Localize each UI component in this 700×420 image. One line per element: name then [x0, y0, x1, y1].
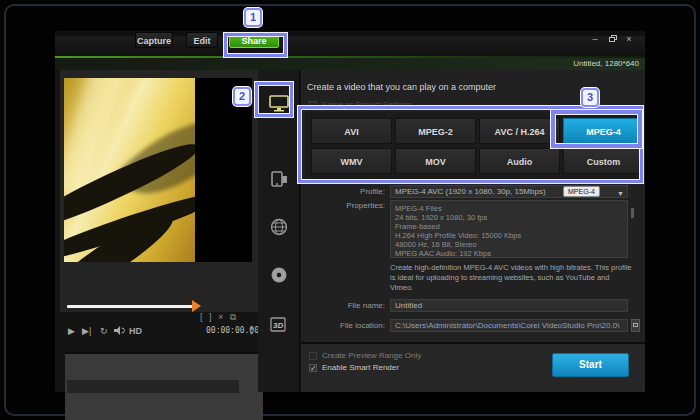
highlight-box-computer-icon	[255, 82, 293, 117]
destination-device[interactable]	[265, 166, 293, 192]
tab-capture[interactable]: Capture	[135, 32, 173, 48]
preview-range-checkbox[interactable]	[309, 352, 317, 360]
properties-line: MPEG AAC Audio: 192 Kbps	[395, 249, 623, 258]
properties-line: H.264 High Profile Video: 15000 Kbps	[395, 231, 623, 240]
mpeg4-tooltip: MPEG-4	[563, 186, 600, 197]
start-button[interactable]: Start	[552, 353, 629, 377]
file-location-input[interactable]: C:\Users\Administrator\Documents\Corel V…	[390, 319, 628, 332]
close-icon[interactable]: ×	[623, 34, 635, 44]
preview-player: [ ] × ⧉ ▶ ▶| ↻ HD 00:00:00.00 ▴ ▾	[60, 70, 258, 312]
file-location-label: File location:	[301, 321, 385, 330]
spin-down-icon[interactable]: ▾	[250, 330, 253, 336]
timecode-spinner[interactable]: ▴ ▾	[250, 324, 253, 336]
preview-range-label: Create Preview Range Only	[322, 351, 421, 360]
clear-marks-icon[interactable]: ×	[218, 312, 223, 322]
chevron-down-icon: ▼	[617, 188, 624, 199]
file-name-input[interactable]: Untitled	[390, 299, 628, 312]
properties-scrollbar[interactable]	[631, 208, 634, 218]
stage-background: Capture Edit Share – × Untitled, 1280*64…	[0, 0, 700, 420]
smart-render-checkbox[interactable]: ✓	[309, 364, 317, 372]
status-band: Untitled, 1280*640	[55, 58, 645, 70]
next-frame-icon[interactable]: ▶|	[82, 326, 91, 336]
video-frame-image	[64, 78, 195, 262]
callout-2: 2	[233, 87, 251, 106]
trim-controls: [ ] × ⧉	[200, 312, 258, 324]
browse-folder-icon[interactable]	[631, 319, 640, 332]
smart-render-label: Enable Smart Render	[322, 363, 399, 372]
callout-1: 1	[244, 8, 262, 27]
restore-icon[interactable]	[607, 34, 619, 44]
properties-line: MPEG-4 Files	[395, 204, 623, 213]
file-location-row: File location: C:\Users\Administrator\Do…	[301, 319, 645, 332]
video-preview	[64, 78, 252, 262]
share-destination-strip: 3D	[258, 70, 300, 392]
destination-3d-movie[interactable]: 3D	[265, 312, 293, 338]
scrub-handle[interactable]	[192, 300, 201, 312]
destination-web[interactable]	[265, 214, 293, 240]
disc-icon	[270, 266, 288, 284]
hd-toggle[interactable]: HD	[129, 326, 142, 336]
project-info-label: Untitled, 1280*640	[573, 59, 639, 68]
timeline-panel	[65, 352, 263, 420]
highlight-box-mpeg4-button	[551, 110, 642, 148]
mark-in-icon[interactable]: [	[200, 312, 203, 322]
destination-disc[interactable]	[265, 262, 293, 288]
volume-icon[interactable]	[114, 326, 125, 337]
snapshot-icon[interactable]: ⧉	[230, 312, 236, 322]
properties-line: 48000 Hz, 16 Bit, Stereo	[395, 240, 623, 249]
file-name-row: File name: Untitled	[301, 299, 645, 312]
properties-box: MPEG-4 Files 24 bits, 1920 x 1080, 30 fp…	[390, 200, 628, 258]
videostudio-window: Capture Edit Share – × Untitled, 1280*64…	[55, 30, 645, 392]
profile-label: Profile:	[301, 187, 385, 196]
svg-text:3D: 3D	[273, 321, 283, 330]
properties-label: Properties:	[301, 201, 385, 210]
properties-line: 24 bits, 1920 x 1080, 30 fps	[395, 213, 623, 222]
tab-edit[interactable]: Edit	[186, 32, 218, 48]
minimize-icon[interactable]: –	[589, 34, 601, 44]
profile-description: Create high-definition MPEG-4 AVC videos…	[390, 263, 632, 293]
panel-header: Create a video that you can play on a co…	[307, 82, 496, 92]
device-icon	[270, 170, 288, 188]
panel-bottom-bar: Create Preview Range Only ✓Enable Smart …	[301, 344, 645, 392]
timeline-track[interactable]	[67, 380, 239, 393]
scrub-bar[interactable]	[67, 305, 197, 308]
mark-out-icon[interactable]: ]	[209, 312, 212, 322]
3d-movie-icon: 3D	[270, 317, 288, 333]
smart-render-row[interactable]: ✓Enable Smart Render	[309, 363, 399, 373]
file-name-label: File name:	[301, 301, 385, 310]
globe-icon	[270, 218, 288, 236]
repeat-icon[interactable]: ↻	[100, 326, 108, 336]
play-icon[interactable]: ▶	[68, 326, 75, 336]
callout-3: 3	[581, 88, 599, 107]
highlight-box-share-tab	[224, 33, 287, 57]
properties-line: Frame-based	[395, 222, 623, 231]
preview-range-row[interactable]: Create Preview Range Only	[309, 351, 421, 361]
